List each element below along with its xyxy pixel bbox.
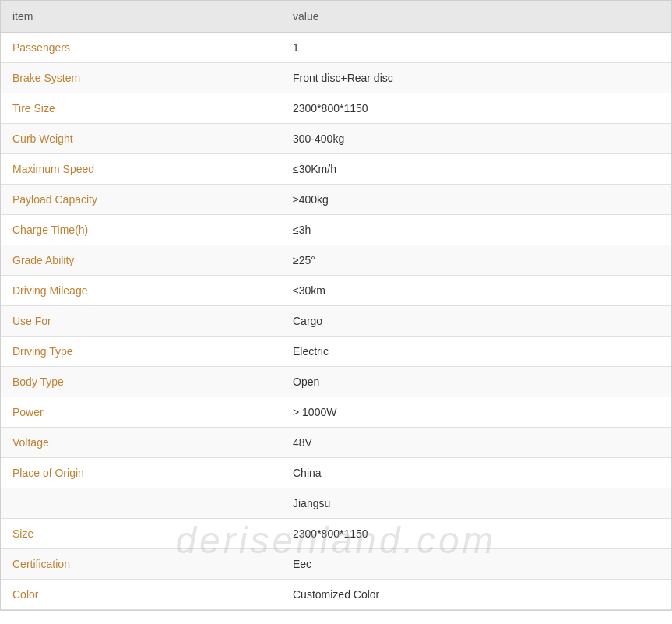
cell-item: Certification <box>1 549 281 580</box>
cell-item: Body Type <box>1 367 281 397</box>
cell-value: Cargo <box>281 306 671 337</box>
cell-value: > 1000W <box>281 397 671 428</box>
cell-value: Electric <box>281 337 671 367</box>
cell-item: Grade Ability <box>1 245 281 276</box>
specs-table: item value Passengers1Brake SystemFront … <box>1 1 671 610</box>
table-row: Jiangsu <box>1 488 671 519</box>
cell-value: ≤3h <box>281 215 671 245</box>
table-row: Payload Capacity≥400kg <box>1 185 671 215</box>
cell-item: Place of Origin <box>1 458 281 488</box>
cell-value: China <box>281 458 671 488</box>
cell-item: Driving Type <box>1 337 281 367</box>
cell-value: 2300*800*1150 <box>281 519 671 549</box>
cell-value: ≤30Km/h <box>281 154 671 185</box>
cell-item: Driving Mileage <box>1 276 281 306</box>
cell-value: Customized Color <box>281 580 671 610</box>
table-row: Curb Weight300-400kg <box>1 124 671 154</box>
cell-value: ≥25° <box>281 245 671 276</box>
table-row: Driving Mileage≤30km <box>1 276 671 306</box>
cell-value: Front disc+Rear disc <box>281 63 671 93</box>
cell-value: ≤30km <box>281 276 671 306</box>
table-row: Tire Size2300*800*1150 <box>1 93 671 124</box>
table-row: Power> 1000W <box>1 397 671 428</box>
cell-value: 1 <box>281 33 671 63</box>
cell-item: Use For <box>1 306 281 337</box>
cell-value: 300-400kg <box>281 124 671 154</box>
cell-item: Maximum Speed <box>1 154 281 185</box>
cell-item: Payload Capacity <box>1 185 281 215</box>
table-row: Brake SystemFront disc+Rear disc <box>1 63 671 93</box>
table-row: ColorCustomized Color <box>1 580 671 610</box>
table-row: Body TypeOpen <box>1 367 671 397</box>
table-row: Driving TypeElectric <box>1 337 671 367</box>
table-header-row: item value <box>1 1 671 33</box>
table-row: Place of OriginChina <box>1 458 671 488</box>
specs-table-container: item value Passengers1Brake SystemFront … <box>0 0 672 611</box>
cell-item: Power <box>1 397 281 428</box>
cell-value: Eec <box>281 549 671 580</box>
table-row: Voltage48V <box>1 428 671 458</box>
cell-item: Tire Size <box>1 93 281 124</box>
cell-item: Curb Weight <box>1 124 281 154</box>
cell-item: Brake System <box>1 63 281 93</box>
cell-value: Jiangsu <box>281 488 671 519</box>
table-row: Passengers1 <box>1 33 671 63</box>
cell-value: 48V <box>281 428 671 458</box>
table-row: Charge Time(h)≤3h <box>1 215 671 245</box>
table-row: Grade Ability≥25° <box>1 245 671 276</box>
table-row: Maximum Speed≤30Km/h <box>1 154 671 185</box>
cell-item: Passengers <box>1 33 281 63</box>
cell-item: Charge Time(h) <box>1 215 281 245</box>
table-row: Size2300*800*1150 <box>1 519 671 549</box>
header-item: item <box>1 1 281 33</box>
cell-value: ≥400kg <box>281 185 671 215</box>
cell-value: 2300*800*1150 <box>281 93 671 124</box>
header-value: value <box>281 1 671 33</box>
cell-item: Voltage <box>1 428 281 458</box>
table-row: CertificationEec <box>1 549 671 580</box>
cell-item: Size <box>1 519 281 549</box>
cell-item <box>1 488 281 519</box>
cell-value: Open <box>281 367 671 397</box>
cell-item: Color <box>1 580 281 610</box>
table-row: Use ForCargo <box>1 306 671 337</box>
